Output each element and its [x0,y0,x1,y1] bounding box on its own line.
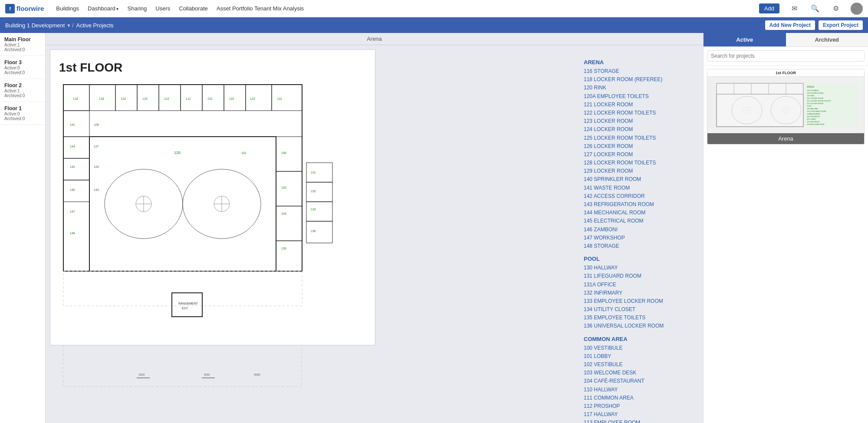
svg-text:120: 120 [174,151,181,155]
center-content: Arena 1st FLOOR [46,33,703,423]
room-122[interactable]: 122 LOCKER ROOM TOILETS [584,109,692,117]
room-103[interactable]: 103 WELCOME DESK [584,369,692,377]
logo[interactable]: f floorwire [5,4,44,13]
nav-asset-portfolio[interactable]: Asset Portfolio Tenant Mix Analysis [217,5,304,12]
room-118[interactable]: 118 LOCKER ROOM (REFEREE) [584,75,692,84]
svg-text:131 LIFEGUARD ROOM: 131 LIFEGUARD ROOM [807,110,826,112]
nav-buildings[interactable]: Buildings [56,5,79,12]
room-113[interactable]: 113 EMPLOYEE ROOM [584,419,692,423]
svg-text:118 LOCKER ROOM: 118 LOCKER ROOM [807,92,823,94]
floor-name-1: Floor 1 [4,105,41,111]
floor-item-3[interactable]: Floor 3 Active:0 Archived:0 [0,56,45,79]
room-131[interactable]: 131 LIFEGUARD ROOM [584,272,692,280]
project-thumbnail-label: 1st FLOOR [707,69,864,77]
floor-plan-svg: RANGEMENT EXT. 116 118 114 115 112 111 1… [50,50,376,345]
left-sidebar: Main Floor Active:1 Archived:0 Floor 3 A… [0,33,46,423]
room-145[interactable]: 145 ELECTRICAL ROOM [584,217,692,225]
svg-text:136: 136 [311,230,316,233]
svg-rect-4 [137,85,159,111]
svg-rect-28 [63,271,302,306]
room-123[interactable]: 123 LOCKER ROOM [584,117,692,125]
room-120[interactable]: 120 RINK [584,84,692,92]
svg-text:102 VESTIBULE: 102 VESTIBULE [807,121,820,123]
nav-dashboard[interactable]: Dashboard [88,5,118,12]
room-127[interactable]: 127 LOCKER ROOM [584,151,692,159]
room-142[interactable]: 142 ACCESS CORRIDOR [584,192,692,200]
room-120a[interactable]: 120A EMPLOYEE TOILETS [584,92,692,101]
room-121[interactable]: 121 LOCKER ROOM [584,101,692,109]
room-135[interactable]: 135 EMPLOYEE TOILETS [584,314,692,322]
room-112[interactable]: 112 PROSHOP [584,402,692,410]
floor-plan-title: Arena [367,36,382,42]
room-133[interactable]: 133 EMPLOYEE LOCKER ROOM [584,297,692,305]
room-100[interactable]: 100 VESTIBULE [584,344,692,352]
floor-title-bar: Arena [46,33,703,45]
svg-rect-14 [63,180,89,202]
search-input[interactable] [707,50,865,62]
room-126[interactable]: 126 LOCKER ROOM [584,142,692,151]
svg-text:WIE: WIE [254,373,260,377]
thumbnail-svg: ARENA 116 STORAGE 118 LOCKER ROOM 120 RI… [712,79,860,131]
add-new-project-button[interactable]: Add New Project [765,20,815,30]
room-130[interactable]: 130 HALLWAY [584,264,692,272]
svg-text:146: 146 [70,188,75,191]
room-147[interactable]: 147 WORKSHOP [584,234,692,242]
svg-rect-6 [181,85,202,111]
svg-text:120 RINK: 120 RINK [807,95,815,97]
mail-icon[interactable]: ✉ [788,3,800,15]
floor-name-main: Main Floor [4,36,41,43]
export-project-button[interactable]: Export Project [819,20,863,30]
room-125[interactable]: 125 LOCKER ROOM TOILETS [584,134,692,142]
floor-stat-active-3: Active:0 [4,66,41,70]
room-117[interactable]: 117 HALLWAY [584,410,692,419]
svg-text:132: 132 [311,190,316,193]
tab-active[interactable]: Active [704,33,786,46]
room-148[interactable]: 148 STORAGE [584,242,692,250]
project-card[interactable]: 1st FLOOR [707,69,865,144]
add-button[interactable]: Add [759,3,779,13]
room-116[interactable]: 116 STORAGE [584,67,692,75]
svg-rect-9 [246,85,272,111]
room-134[interactable]: 134 UTILITY CLOSET [584,305,692,314]
svg-rect-26 [276,206,302,241]
nav-collaborate[interactable]: Collaborate [179,5,208,12]
floor-stat-archived-2: Archived:0 [4,93,41,98]
room-111[interactable]: 111 COMMON AREA [584,394,692,402]
settings-icon[interactable]: ⚙ [830,3,842,15]
breadcrumb-bar: Building 1 Development ▾ / Active Projec… [0,17,868,33]
floor-item-2[interactable]: Floor 2 Active:1 Archived:0 [0,79,45,102]
room-140[interactable]: 140 SPRINKLER ROOM [584,175,692,184]
floor-item-1[interactable]: Floor 1 Active:0 Archived:0 [0,102,45,125]
room-129[interactable]: 129 LOCKER ROOM [584,167,692,175]
floor-plan-image[interactable]: 1st FLOOR [50,49,573,423]
room-144[interactable]: 144 MECHANICAL ROOM [584,209,692,217]
room-124[interactable]: 124 LOCKER ROOM [584,125,692,134]
nav-users[interactable]: Users [155,5,170,12]
room-143[interactable]: 143 REFRIGERATION ROOM [584,200,692,209]
svg-text:147: 147 [70,210,75,213]
svg-text:COMMON AREA: COMMON AREA [807,113,820,115]
room-110[interactable]: 110 HALLWAY [584,386,692,394]
nav-sharing[interactable]: Sharing [128,5,147,12]
room-102[interactable]: 102 VESTIBULE [584,361,692,369]
tab-archived[interactable]: Archived [786,33,868,46]
svg-rect-13 [63,158,89,180]
room-136[interactable]: 136 UNIVERSAL LOCKER ROOM [584,322,692,330]
user-avatar[interactable] [851,3,863,15]
room-128[interactable]: 128 LOCKER ROOM TOILETS [584,159,692,167]
logo-text: floorwire [16,5,44,12]
floor-item-main[interactable]: Main Floor Active:1 Archived:0 [0,33,45,56]
room-131a[interactable]: 131A OFFICE [584,281,692,289]
room-141[interactable]: 141 WASTE ROOM [584,184,692,192]
room-146[interactable]: 146 ZAMBONI [584,226,692,234]
room-104[interactable]: 104 CAFÉ-RESTAURANT [584,377,692,385]
room-101[interactable]: 101 LOBBY [584,352,692,361]
room-132[interactable]: 132 INFIRMARY [584,289,692,297]
floor-plan-area: 1st FLOOR [46,45,703,423]
breadcrumb-building[interactable]: Building 1 Development [5,22,65,29]
svg-text:115: 115 [142,97,148,100]
search-icon[interactable]: 🔍 [809,3,821,15]
svg-text:121 LOCKER ROOM: 121 LOCKER ROOM [807,97,823,99]
svg-text:141: 141 [70,123,75,126]
breadcrumb-section[interactable]: Active Projects [76,22,114,29]
